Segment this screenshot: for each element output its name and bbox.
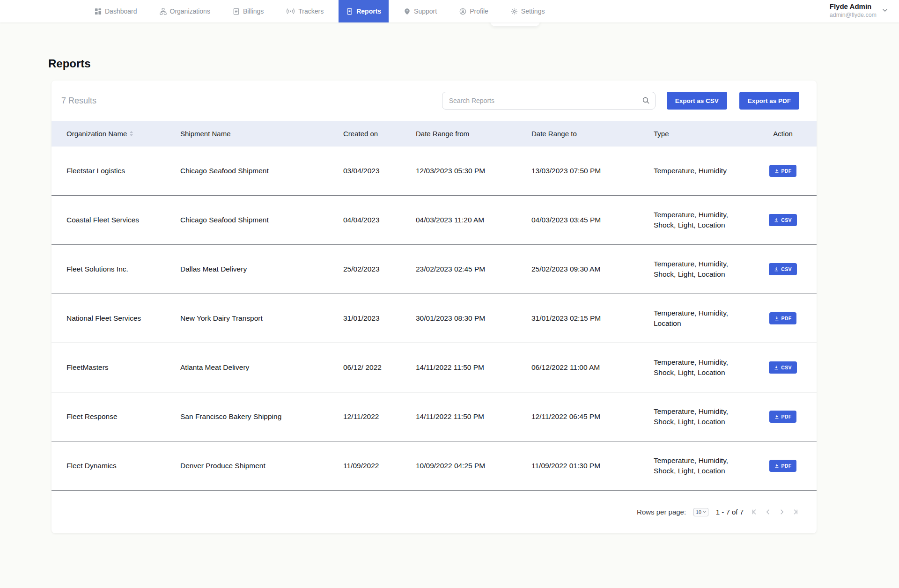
nav-label: Support xyxy=(414,7,437,15)
export-csv-button[interactable]: Export as CSV xyxy=(667,92,727,110)
cell-date-to: 25/02/2023 09:30 AM xyxy=(531,265,651,273)
nav-label: Dashboard xyxy=(105,7,137,15)
table-header: Organization Name Shipment Name Created … xyxy=(52,121,817,147)
table-row[interactable]: Coastal Fleet Services Chicago Seafood S… xyxy=(52,196,817,245)
cell-type: Temperature, Humidity, Shock, Light, Loc… xyxy=(651,406,739,427)
svg-text:?: ? xyxy=(406,8,408,13)
action-label: PDF xyxy=(781,414,792,419)
download-report-button[interactable]: CSV xyxy=(769,263,797,275)
cell-created-on: 04/04/2023 xyxy=(343,216,416,224)
chevron-down-icon xyxy=(882,6,888,14)
download-report-button[interactable]: CSV xyxy=(769,361,797,374)
cell-date-from: 23/02/2023 02:45 PM xyxy=(416,265,531,273)
next-page-button[interactable] xyxy=(777,507,786,516)
cell-shipment: Dallas Meat Delivery xyxy=(180,265,343,273)
cell-date-from: 04/03/2023 11:20 AM xyxy=(416,216,531,224)
top-nav: Dashboard Organizations Billings Tracker… xyxy=(0,0,899,22)
first-page-button[interactable] xyxy=(750,507,759,516)
user-menu[interactable]: Flyde Admin admin@flyde.com xyxy=(830,2,888,19)
user-name: Flyde Admin xyxy=(830,2,877,11)
column-header-date-to: Date Range to xyxy=(531,130,651,138)
previous-page-button[interactable] xyxy=(764,507,773,516)
table-row[interactable]: Fleet Dynamics Denver Produce Shipment 1… xyxy=(52,441,817,491)
nav-item-settings[interactable]: Settings xyxy=(503,0,553,22)
action-label: CSV xyxy=(781,266,792,272)
cell-date-from: 14/11/2022 11:50 PM xyxy=(416,363,531,372)
profile-icon xyxy=(459,8,466,15)
reports-card: 7 Results Export as CSV Export as PDF Or… xyxy=(52,81,817,533)
nav-item-profile[interactable]: Profile xyxy=(452,0,496,22)
column-header-created-on: Created on xyxy=(343,130,416,138)
table-row[interactable]: Fleetstar Logistics Chicago Seafood Ship… xyxy=(52,147,817,196)
cell-shipment: New York Dairy Transport xyxy=(180,314,343,323)
cell-type: Temperature, Humidity, Shock, Light, Loc… xyxy=(651,210,739,231)
nav-label: Settings xyxy=(521,7,545,15)
action-label: PDF xyxy=(781,463,792,469)
column-header-date-from: Date Range from xyxy=(416,130,531,138)
sort-icon[interactable] xyxy=(129,131,133,136)
cell-organization: Fleet Solutions Inc. xyxy=(66,265,180,273)
nav-item-dashboard[interactable]: Dashboard xyxy=(87,0,145,22)
cell-created-on: 25/02/2023 xyxy=(343,265,416,273)
cell-shipment: Chicago Seafood Shipment xyxy=(180,216,343,224)
cell-created-on: 11/09/2022 xyxy=(343,462,416,470)
cell-type: Temperature, Humidity, Shock, Light, Loc… xyxy=(651,259,739,280)
nav-item-support[interactable]: ? Support xyxy=(396,0,444,22)
user-email: admin@flyde.com xyxy=(830,11,877,19)
download-icon xyxy=(774,267,779,272)
nav-items: Dashboard Organizations Billings Tracker… xyxy=(87,0,560,22)
reports-table: Organization Name Shipment Name Created … xyxy=(52,121,817,491)
nav-item-organizations[interactable]: Organizations xyxy=(152,0,218,22)
download-icon xyxy=(774,169,779,173)
nav-label: Profile xyxy=(470,7,488,15)
cell-date-to: 11/09/2022 01:30 PM xyxy=(531,462,651,470)
organizations-icon xyxy=(160,8,167,15)
nav-label: Billings xyxy=(243,7,264,15)
page-title: Reports xyxy=(48,57,91,70)
cell-shipment: San Francisco Bakery Shipping xyxy=(180,412,343,421)
table-row[interactable]: Fleet Response San Francisco Bakery Ship… xyxy=(52,392,817,441)
cell-date-from: 10/09/2022 04:25 PM xyxy=(416,462,531,470)
download-report-button[interactable]: PDF xyxy=(769,312,797,324)
cell-date-from: 14/11/2022 11:50 PM xyxy=(416,412,531,421)
cell-organization: Coastal Fleet Services xyxy=(66,216,180,224)
last-page-button[interactable] xyxy=(791,507,800,516)
download-report-button[interactable]: CSV xyxy=(769,214,797,226)
nav-item-billings[interactable]: Billings xyxy=(225,0,271,22)
cell-date-to: 31/01/2023 02:15 PM xyxy=(531,314,651,323)
column-header-organization[interactable]: Organization Name xyxy=(66,130,180,138)
search-input[interactable] xyxy=(442,92,656,110)
cell-date-to: 06/12/2022 11:00 AM xyxy=(531,363,651,372)
table-row[interactable]: Fleet Solutions Inc. Dallas Meat Deliver… xyxy=(52,245,817,294)
nav-item-trackers[interactable]: Trackers xyxy=(279,0,331,22)
download-report-button[interactable]: PDF xyxy=(769,411,797,423)
chevron-down-icon xyxy=(703,511,706,513)
cell-shipment: Atlanta Meat Delivery xyxy=(180,363,343,372)
export-pdf-button[interactable]: Export as PDF xyxy=(739,92,799,110)
cell-type: Temperature, Humidity, Shock, Light, Loc… xyxy=(651,357,739,378)
rows-per-page-select[interactable]: 10 xyxy=(693,508,708,516)
action-label: PDF xyxy=(781,316,792,321)
cell-date-to: 12/11/2022 06:45 PM xyxy=(531,412,651,421)
nav-label: Organizations xyxy=(170,7,210,15)
cell-date-to: 04/03/2023 03:45 PM xyxy=(531,216,651,224)
download-report-button[interactable]: PDF xyxy=(769,165,797,177)
column-header-action: Action xyxy=(749,130,817,138)
cell-organization: FleetMasters xyxy=(66,363,180,372)
search-icon xyxy=(642,96,650,104)
download-report-button[interactable]: PDF xyxy=(769,460,797,472)
table-row[interactable]: FleetMasters Atlanta Meat Delivery 06/12… xyxy=(52,343,817,392)
cell-organization: Fleet Dynamics xyxy=(66,462,180,470)
support-icon: ? xyxy=(404,8,411,15)
action-label: CSV xyxy=(781,217,792,223)
column-header-shipment: Shipment Name xyxy=(180,130,343,138)
reports-icon xyxy=(346,8,353,15)
table-row[interactable]: National Fleet Services New York Dairy T… xyxy=(52,294,817,343)
cell-date-from: 30/01/2023 08:30 PM xyxy=(416,314,531,323)
nav-label: Reports xyxy=(356,7,381,15)
rows-per-page-value: 10 xyxy=(696,509,701,515)
cell-shipment: Chicago Seafood Shipment xyxy=(180,167,343,175)
nav-label: Trackers xyxy=(298,7,324,15)
cell-organization: National Fleet Services xyxy=(66,314,180,323)
nav-item-reports[interactable]: Reports xyxy=(339,0,389,22)
